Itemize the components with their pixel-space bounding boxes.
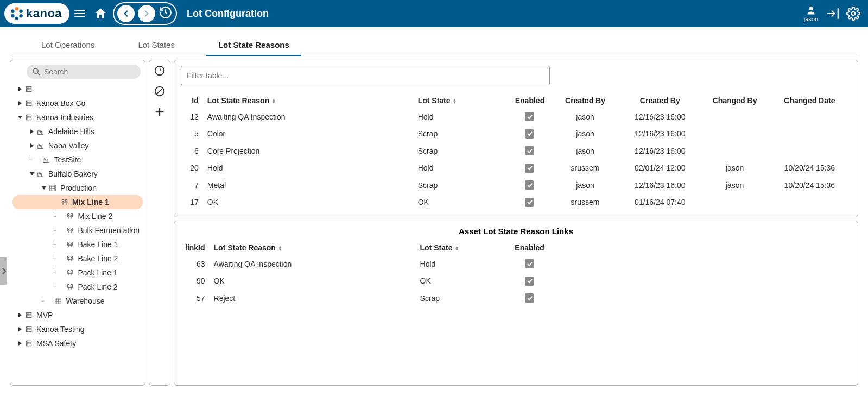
tree-node[interactable]: Kanoa Industries xyxy=(12,110,143,124)
svg-point-4 xyxy=(11,14,15,18)
user-menu[interactable]: jason xyxy=(804,5,818,22)
links-panel: Asset Lot State Reason Links linkId Lot … xyxy=(174,221,858,386)
table-row[interactable]: 12Awaiting QA InspectionHoldjason12/16/2… xyxy=(181,108,851,125)
table-row[interactable]: 7MetalScrapjason12/16/23 16:00jason10/20… xyxy=(181,177,851,194)
cell-created-by: srussem xyxy=(552,194,618,211)
tree-node[interactable]: Napa Valley xyxy=(12,139,143,153)
tree-node[interactable]: MSA Safety xyxy=(12,336,143,350)
logout-icon[interactable] xyxy=(826,7,840,21)
col-link-reason[interactable]: Lot State Reason▲▼ xyxy=(210,240,416,255)
col-reason[interactable]: Lot State Reason▲▼ xyxy=(203,93,414,108)
checkbox-checked-icon xyxy=(525,277,534,286)
filter-table-input[interactable] xyxy=(187,71,544,80)
caret-right-icon[interactable] xyxy=(16,341,24,346)
table-row[interactable]: 63Awaiting QA InspectionHold xyxy=(181,255,851,273)
filter-table[interactable] xyxy=(181,66,550,85)
disable-icon[interactable] xyxy=(154,85,166,99)
table-row[interactable]: 57RejectScrap xyxy=(181,290,851,307)
cell-icon xyxy=(66,212,74,220)
svg-point-8 xyxy=(33,68,38,73)
svg-line-56 xyxy=(157,89,163,95)
svg-point-33 xyxy=(68,242,69,244)
tree-node[interactable]: MVP xyxy=(12,308,143,322)
col-enabled[interactable]: Enabled xyxy=(508,93,552,108)
area-icon xyxy=(54,297,62,305)
cell-changed-by: jason xyxy=(701,177,768,194)
side-drawer-toggle[interactable] xyxy=(0,257,7,285)
col-id[interactable]: Id xyxy=(181,93,203,108)
tree-node[interactable] xyxy=(12,82,143,96)
tab-lot-state-reasons[interactable]: Lot State Reasons xyxy=(197,33,311,56)
cell-state: Hold xyxy=(414,160,508,177)
refresh-icon[interactable] xyxy=(154,65,166,79)
caret-right-icon[interactable] xyxy=(16,326,24,332)
tree-node[interactable]: └Bake Line 2 xyxy=(12,252,143,266)
tree-node-label: Adelaide Hills xyxy=(48,127,94,136)
col-state[interactable]: Lot State▲▼ xyxy=(414,93,508,108)
caret-down-icon[interactable] xyxy=(16,115,24,120)
tree-node[interactable]: └Pack Line 1 xyxy=(12,266,143,280)
tree-node[interactable]: └Pack Line 2 xyxy=(12,280,143,294)
tree-node[interactable]: Kanoa Testing xyxy=(12,322,143,336)
col-linkid[interactable]: linkId xyxy=(181,240,210,255)
caret-down-icon[interactable] xyxy=(28,171,36,177)
cell-reason: Awaiting QA Inspection xyxy=(203,108,414,125)
table-row[interactable]: 90OKOK xyxy=(181,273,851,290)
caret-right-icon[interactable] xyxy=(16,86,24,92)
caret-right-icon[interactable] xyxy=(28,143,36,148)
tree-node[interactable]: Adelaide Hills xyxy=(12,124,143,139)
tree-node[interactable]: └Bake Line 1 xyxy=(12,237,143,252)
sort-icon: ▲▼ xyxy=(271,98,276,104)
table-row[interactable]: 20HoldHoldsrussem02/01/24 12:00jason10/2… xyxy=(181,160,851,177)
nav-forward-button[interactable] xyxy=(138,5,155,22)
tree-node[interactable]: Production xyxy=(12,181,143,195)
cell-linkid: 90 xyxy=(181,273,210,290)
tab-lot-operations[interactable]: Lot Operations xyxy=(20,33,116,56)
checkbox-checked-icon xyxy=(525,146,534,155)
home-icon[interactable] xyxy=(93,7,107,21)
table-row[interactable]: 17OKOKsrussem01/16/24 07:40 xyxy=(181,194,851,211)
tree-node[interactable]: └TestSite xyxy=(12,153,143,167)
tree-search[interactable] xyxy=(27,65,141,79)
enterprise-icon xyxy=(24,325,33,333)
table-row[interactable]: 6Core ProjectionScrapjason12/16/23 16:00 xyxy=(181,142,851,160)
cell-state: Hold xyxy=(416,255,508,273)
add-icon[interactable] xyxy=(154,106,166,120)
tree-node[interactable]: Buffalo Bakery xyxy=(12,167,143,181)
tree-node[interactable]: Mix Line 1 xyxy=(12,195,143,209)
col-created-by[interactable]: Created By xyxy=(552,93,618,108)
col-changed-date[interactable]: Changed Date xyxy=(768,93,851,108)
table-row[interactable]: 5ColorScrapjason12/16/23 16:00 xyxy=(181,125,851,143)
svg-rect-18 xyxy=(26,115,31,120)
cell-reason: Color xyxy=(203,125,414,143)
tree-node[interactable]: Kanoa Box Co xyxy=(12,96,143,110)
cell-icon xyxy=(66,241,74,248)
tree-node[interactable]: └Mix Line 2 xyxy=(12,209,143,223)
cell-changed-by xyxy=(701,142,768,160)
caret-down-icon[interactable] xyxy=(40,185,48,191)
col-link-state[interactable]: Lot State▲▼ xyxy=(416,240,508,255)
caret-right-icon[interactable] xyxy=(16,312,24,318)
cell-state: Scrap xyxy=(414,125,508,143)
history-icon[interactable] xyxy=(159,5,173,22)
settings-icon[interactable] xyxy=(846,7,860,21)
tree-node[interactable]: └Bulk Fermentation xyxy=(12,223,143,237)
col-link-enabled[interactable]: Enabled xyxy=(508,240,552,255)
tree-search-input[interactable] xyxy=(44,67,135,76)
caret-right-icon[interactable] xyxy=(28,129,36,134)
tree-node[interactable]: └Warehouse xyxy=(12,294,143,308)
tab-lot-states[interactable]: Lot States xyxy=(116,33,197,56)
col-created-by2[interactable]: Created By xyxy=(618,93,701,108)
col-changed-by[interactable]: Changed By xyxy=(701,93,768,108)
cell-enabled xyxy=(508,177,552,194)
menu-icon[interactable] xyxy=(73,7,87,21)
svg-point-27 xyxy=(62,199,64,202)
svg-point-38 xyxy=(71,270,73,272)
user-icon xyxy=(806,5,816,16)
nav-back-button[interactable] xyxy=(117,5,135,22)
cell-reason: OK xyxy=(210,273,416,290)
tree-node-label: Buffalo Bakery xyxy=(48,169,98,178)
svg-point-28 xyxy=(65,199,67,202)
logo[interactable]: kanoa xyxy=(4,3,69,24)
caret-right-icon[interactable] xyxy=(16,100,24,106)
